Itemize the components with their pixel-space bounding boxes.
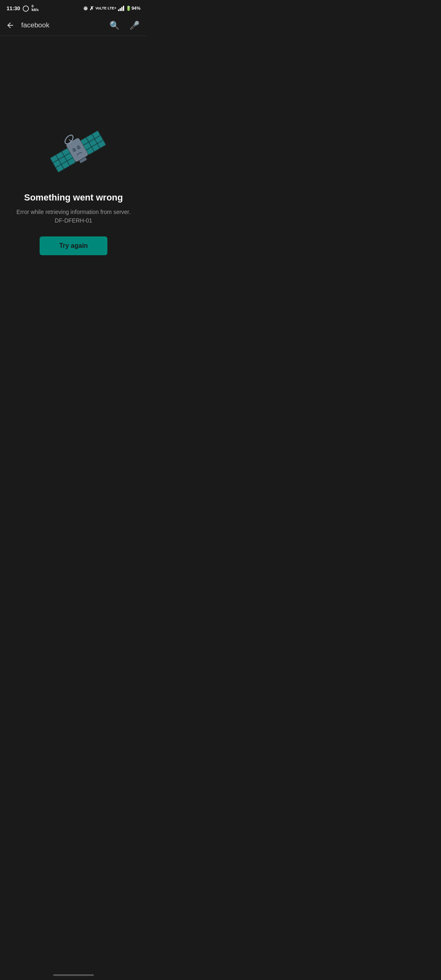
search-bar: facebook 🔍 🎤 xyxy=(0,15,147,36)
error-code: DF-DFERH-01 xyxy=(55,217,92,224)
svg-line-35 xyxy=(69,140,71,142)
error-subtitle: Error while retrieving information from … xyxy=(16,208,130,225)
volte-icon: VoLTE LTE+ xyxy=(96,6,116,10)
search-icon: 🔍 xyxy=(109,20,120,30)
error-page-content: Something went wrong Error while retriev… xyxy=(0,36,147,317)
voice-search-button[interactable]: 🎤 xyxy=(127,18,142,33)
satellite-svg xyxy=(41,114,114,187)
status-right: ⊕ ✗ VoLTE LTE+ 🔋94% xyxy=(83,5,140,11)
search-input-container: facebook xyxy=(21,21,102,29)
back-button[interactable] xyxy=(5,20,16,31)
search-button[interactable]: 🔍 xyxy=(107,18,122,33)
try-again-button[interactable]: Try again xyxy=(40,236,107,255)
status-bar: 11:30 ◯ 0k8/s ⊕ ✗ VoLTE LTE+ 🔋94% xyxy=(0,0,147,15)
mic-icon: 🎤 xyxy=(129,20,140,30)
location-icon: ⊕ xyxy=(83,5,88,11)
satellite-illustration xyxy=(41,114,106,179)
error-message-line1: Error while retrieving information from … xyxy=(16,209,130,215)
back-icon xyxy=(7,21,15,29)
error-title: Something went wrong xyxy=(24,192,123,203)
whatsapp-icon: ◯ xyxy=(22,5,29,11)
battery-icon: 🔋94% xyxy=(126,6,140,11)
bluetooth-icon: ✗ xyxy=(89,5,94,11)
status-left: 11:30 ◯ 0k8/s xyxy=(7,4,39,12)
signal-icon xyxy=(118,5,124,11)
time-display: 11:30 xyxy=(7,5,20,11)
search-query-text: facebook xyxy=(21,21,102,29)
network-speed: 0k8/s xyxy=(31,4,39,12)
